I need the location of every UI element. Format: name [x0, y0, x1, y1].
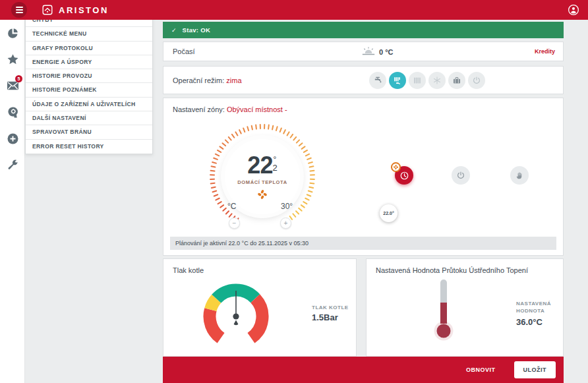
- rail-item-support[interactable]: [0, 99, 25, 125]
- dial-caption: DOMÁCÍ TEPLOTA: [237, 179, 287, 185]
- star-icon: [7, 53, 19, 66]
- degree-symbol: °: [274, 156, 277, 163]
- menu-item-spravovat-branu[interactable]: SPRAVOVAT BRÁNU: [26, 125, 152, 139]
- flow-label-line1: NASTAVENÁ: [516, 301, 551, 307]
- menu-toggle-button[interactable]: [11, 2, 27, 18]
- power-icon: [472, 76, 481, 85]
- radiator-faucet-icon: [393, 76, 402, 85]
- refresh-button[interactable]: OBNOVIT: [462, 366, 500, 374]
- menu-item-error-reset-history[interactable]: ERROR RESET HISTORY: [26, 140, 152, 154]
- home-icon: [42, 5, 53, 15]
- temp-decrease-button[interactable]: −: [229, 218, 240, 229]
- weather-label: Počasí: [173, 47, 195, 55]
- pressure-card-title: Tlak kotle: [173, 266, 204, 274]
- flow-label: NASTAVENÁHODNOTA: [516, 300, 551, 314]
- operating-mode-label: Operační režim: zima: [173, 76, 242, 84]
- pie-chart-icon: [7, 27, 19, 40]
- heating-active-icon: [256, 189, 268, 200]
- rail-item-messages[interactable]: 5: [0, 73, 25, 99]
- menu-item-grafy-protokolu[interactable]: GRAFY PROTOKOLU: [26, 42, 152, 55]
- snowflake-icon: [432, 76, 442, 85]
- messages-badge: 5: [15, 75, 22, 82]
- mode-button-winter[interactable]: [389, 72, 406, 89]
- flow-setpoint-card: Nastavená Hodnota Průtoku Ústředního Top…: [366, 258, 564, 357]
- credits-link[interactable]: Kredity: [535, 48, 555, 55]
- hand-icon: [515, 171, 524, 180]
- schedule-mode-button[interactable]: [395, 166, 413, 185]
- mode-button-group: [369, 72, 485, 89]
- zone-settings-card: Nastavení zóny: Obývací místnost - 22.0°…: [163, 98, 564, 256]
- action-bar: OBNOVIT ULOŽIT: [163, 357, 564, 383]
- flow-card-title: Nastavená Hodnota Průtoku Ústředního Top…: [376, 266, 528, 274]
- user-icon: [568, 4, 579, 16]
- mode-button-cooling[interactable]: [428, 72, 446, 89]
- brand-title: ARISTON: [59, 5, 109, 15]
- outdoor-temperature: 0 °C: [379, 47, 394, 55]
- support-icon: [7, 106, 19, 119]
- clock-icon: [399, 171, 409, 181]
- thermometer-icon: [429, 278, 458, 343]
- target-temp-bubble: 22.0°: [380, 204, 397, 222]
- suitcase-icon: [452, 76, 461, 85]
- zone-caption: Nastavení zóny:: [173, 105, 227, 113]
- dial-min-label: °C: [227, 202, 236, 211]
- mode-button-off[interactable]: [468, 72, 485, 89]
- icon-rail: 5: [0, 20, 25, 383]
- menu-item-technicke-menu[interactable]: TECHNICKÉ MENU: [26, 27, 152, 41]
- hamburger-icon: [16, 7, 23, 13]
- rail-item-reports[interactable]: [0, 20, 25, 46]
- operating-mode-card: Operační režim: zima: [163, 66, 564, 94]
- app-header: ARISTON: [0, 0, 588, 20]
- pressure-value: 1.5Bar: [312, 312, 338, 322]
- rail-item-favorites[interactable]: [0, 46, 25, 73]
- zone-selector[interactable]: Obývací místnost -: [227, 105, 287, 113]
- dial-max-label: 30°: [281, 202, 293, 211]
- check-icon: ✓: [171, 27, 177, 34]
- rail-item-add[interactable]: [0, 125, 25, 152]
- zone-off-button[interactable]: [452, 166, 470, 185]
- flow-label-line2: HODNOTA: [516, 308, 544, 314]
- menu-item-historie-poznamek[interactable]: HISTORIE POZNÁMEK: [26, 83, 152, 97]
- pressure-label: TLAK KOTLE: [312, 304, 349, 311]
- rail-item-tools[interactable]: [0, 152, 25, 178]
- mode-button-heating[interactable]: [409, 72, 426, 89]
- menu-item-energie-a-uspory[interactable]: ENERGIE A ÚSPORY: [26, 55, 152, 69]
- schedule-status-text: Plánování je aktivní 22.0 °C do 25.11.20…: [175, 240, 309, 247]
- operating-mode-value: zima: [226, 76, 241, 84]
- sunrise-icon: [361, 47, 376, 57]
- flame-badge-icon: [393, 164, 399, 170]
- plus-circle-icon: [7, 133, 19, 145]
- menu-item-udaje-o-zarizeni[interactable]: ÚDAJE O ZAŘÍZENÍ A UŽIVATELÍCH: [26, 98, 152, 111]
- flow-value: 36.0°C: [516, 317, 543, 327]
- temp-decimal: 2: [272, 163, 277, 173]
- wrench-icon: [7, 159, 18, 171]
- status-text: Stav: OK: [183, 26, 211, 34]
- mode-button-holiday[interactable]: [448, 72, 465, 89]
- temp-increase-button[interactable]: +: [280, 218, 291, 229]
- operating-mode-caption: Operační režim:: [173, 76, 226, 84]
- menu-item-dalsi-nastaveni[interactable]: DALŠÍ NASTAVENÍ: [26, 111, 152, 125]
- boiler-pressure-card: Tlak kotle TLAK KOTLE 1.5Bar: [163, 258, 357, 357]
- weather-card: Počasí 0 °C Kredity: [163, 42, 564, 61]
- power-icon: [456, 171, 465, 180]
- zone-title: Nastavení zóny: Obývací místnost -: [173, 105, 287, 113]
- user-account-button[interactable]: [568, 4, 579, 16]
- main-menu: CHYBY TECHNICKÉ MENU GRAFY PROTOKOLU ENE…: [25, 13, 153, 154]
- weather-reading: 0 °C: [361, 47, 394, 57]
- app-window: ARISTON 5 CHYBY TECHNICKÉ MENU GRAFY P: [0, 0, 588, 383]
- radiator-icon: [413, 76, 422, 85]
- mode-button-dhw[interactable]: [369, 72, 386, 89]
- status-banner: ✓ Stav: OK: [163, 22, 564, 38]
- manual-mode-button[interactable]: [510, 166, 529, 185]
- schedule-heating-badge: [391, 162, 401, 172]
- faucet-icon: [373, 76, 382, 85]
- schedule-status-strip: Plánování je aktivní 22.0 °C do 25.11.20…: [170, 237, 556, 250]
- temp-integer: 22: [247, 154, 272, 177]
- ariston-logo[interactable]: ARISTON: [42, 5, 109, 15]
- menu-item-historie-provozu[interactable]: HISTORIE PROVOZU: [26, 69, 152, 83]
- current-temperature: 22 °2: [247, 154, 277, 177]
- pressure-gauge: [196, 276, 276, 355]
- save-button[interactable]: ULOŽIT: [514, 361, 556, 378]
